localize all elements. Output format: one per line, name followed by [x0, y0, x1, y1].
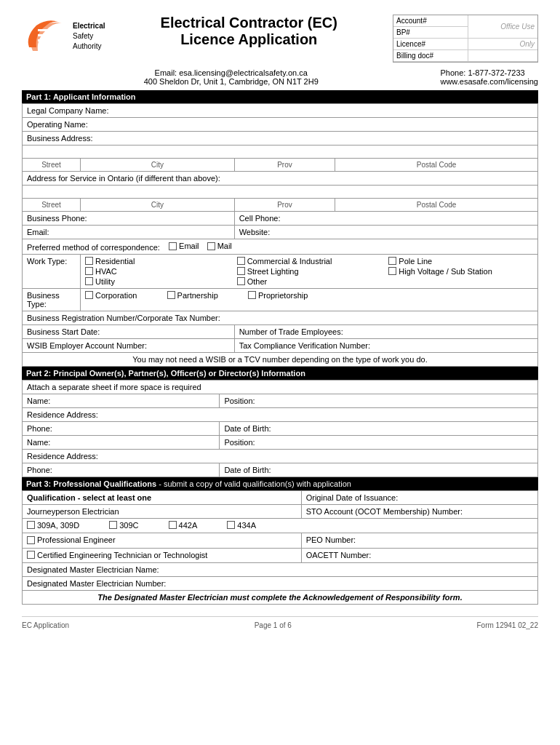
business-address-sublabel-row: Street City Prov Postal Code — [23, 159, 538, 172]
wsib-note-row: You may not need a WSIB or a TCV number … — [23, 352, 538, 366]
email-checkbox[interactable] — [169, 242, 177, 250]
account-label: Account# — [393, 15, 468, 27]
form-title-line1: Electrical Contractor (EC) — [105, 15, 393, 31]
partnership-item[interactable]: Partnership — [167, 291, 218, 300]
esa-logo — [22, 15, 65, 58]
commercial-label: Commercial & Industrial — [247, 257, 332, 266]
page-footer: EC Application Page 1 of 6 Form 12941 02… — [22, 616, 538, 629]
hvac-label: HVAC — [95, 267, 117, 276]
part3-heading-rest: - submit a copy of valid qualification(s… — [156, 479, 351, 488]
email-website-row: Email: Website: — [23, 226, 538, 239]
trade-employees-label: Number of Trade Employees: — [234, 324, 537, 338]
street-label: Street — [23, 159, 81, 172]
business-type-options-cell: Corporation Partnership Proprietorship — [81, 288, 538, 311]
commercial-checkbox[interactable] — [237, 257, 245, 265]
cert-options-row: 309A, 309D 309C 442A 434A — [23, 518, 538, 533]
legal-company-row: Legal Company Name: — [23, 104, 538, 118]
commercial-item[interactable]: Commercial & Industrial — [237, 257, 376, 266]
work-type-grid: Residential Commercial & Industrial Pole… — [85, 257, 533, 286]
other-checkbox[interactable] — [237, 277, 245, 285]
corporation-checkbox[interactable] — [85, 291, 93, 299]
high-voltage-checkbox[interactable] — [388, 267, 396, 275]
name1-label: Name: — [23, 394, 220, 407]
residential-item[interactable]: Residential — [85, 257, 224, 266]
dob2-label: Date of Birth: — [220, 463, 538, 477]
hvac-item[interactable]: HVAC — [85, 267, 224, 276]
mail-option-label: Mail — [217, 242, 232, 250]
correspondence-label: Preferred method of correspondence: — [27, 243, 160, 252]
business-phone-label: Business Phone: — [23, 212, 235, 226]
email-label: Email: — [23, 226, 235, 239]
sto-label: STO Account (OCOT Membership) Number: — [301, 504, 537, 518]
442a-checkbox[interactable] — [169, 521, 177, 529]
proprietorship-checkbox[interactable] — [248, 291, 256, 299]
prov2-label: Prov — [234, 199, 335, 212]
footer-left: EC Application — [22, 621, 69, 629]
309ad-checkbox[interactable] — [27, 521, 35, 529]
cert-tech-cell: Certified Engineering Technician or Tech… — [23, 548, 302, 563]
part3-table: Qualification - select at least one Orig… — [22, 490, 538, 605]
designated-name-label: Designated Master Electrician Name: — [23, 563, 538, 577]
street-lighting-label: Street Lighting — [247, 267, 299, 276]
address-service-sublabel-row: Street City Prov Postal Code — [23, 199, 538, 212]
cert-tech-row: Certified Engineering Technician or Tech… — [23, 548, 538, 563]
residence1-row: Residence Address: — [23, 407, 538, 421]
prof-eng-cell: Professional Engineer — [23, 533, 302, 549]
office-use-box: Account# Office Use BP# Licence# Only Bi… — [393, 15, 538, 63]
proprietorship-item[interactable]: Proprietorship — [248, 291, 308, 300]
address-service-row: Address for Service in Ontario (if diffe… — [23, 172, 538, 186]
cell-phone-label: Cell Phone: — [234, 212, 537, 226]
cert-tech-label: Certified Engineering Technician or Tech… — [37, 551, 207, 559]
billing-value — [468, 50, 537, 62]
correspondence-cell: Preferred method of correspondence: Emai… — [23, 239, 538, 255]
licence-label: Licence# — [393, 39, 468, 50]
name2-label: Name: — [23, 435, 220, 449]
mail-option-item[interactable]: Mail — [207, 242, 232, 250]
hvac-checkbox[interactable] — [85, 267, 93, 275]
residence2-row: Residence Address: — [23, 449, 538, 463]
phone2-row: Phone: Date of Birth: — [23, 463, 538, 477]
309c-item[interactable]: 309C — [109, 521, 138, 530]
form-title-block: Electrical Contractor (EC) Licence Appli… — [105, 15, 393, 48]
email-option-item[interactable]: Email — [169, 242, 199, 250]
bp-label: BP# — [393, 27, 468, 39]
309c-label: 309C — [119, 521, 138, 530]
prov-label: Prov — [234, 159, 335, 172]
cert-tech-item[interactable]: Certified Engineering Technician or Tech… — [27, 551, 207, 559]
contact-row: Email: esa.licensing@electricalsafety.on… — [22, 68, 538, 86]
434a-checkbox[interactable] — [227, 521, 235, 529]
city-label: City — [81, 159, 235, 172]
cert-tech-checkbox[interactable] — [27, 551, 35, 559]
phone1-label: Phone: — [23, 421, 220, 435]
corporation-item[interactable]: Corporation — [85, 291, 137, 300]
page-header: Electrical Safety Authority Electrical C… — [22, 15, 538, 63]
utility-checkbox[interactable] — [85, 277, 93, 285]
contact-phone: Phone: 1-877-372-7233 — [440, 68, 538, 77]
mail-checkbox[interactable] — [207, 242, 215, 250]
prof-eng-checkbox[interactable] — [27, 536, 35, 544]
designated-num-row: Designated Master Electrician Number: — [23, 577, 538, 591]
billing-label: Billing doc# — [393, 50, 468, 62]
phone2-label: Phone: — [23, 463, 220, 477]
designated-name-row: Designated Master Electrician Name: — [23, 563, 538, 577]
pole-line-item[interactable]: Pole Line — [388, 257, 527, 266]
utility-item[interactable]: Utility — [85, 277, 224, 286]
prof-eng-item[interactable]: Professional Engineer — [27, 535, 116, 544]
309ad-item[interactable]: 309A, 309D — [27, 521, 79, 530]
work-type-options-cell: Residential Commercial & Industrial Pole… — [81, 254, 538, 288]
journeyperson-row: Journeyperson Electrician STO Account (O… — [23, 504, 538, 518]
other-item[interactable]: Other — [237, 277, 376, 286]
business-start-label: Business Start Date: — [23, 324, 235, 338]
partnership-checkbox[interactable] — [167, 291, 175, 299]
business-address-row: Business Address: — [23, 132, 538, 146]
residential-checkbox[interactable] — [85, 257, 93, 265]
high-voltage-item[interactable]: High Voltage / Sub Station — [388, 267, 527, 276]
street-lighting-item[interactable]: Street Lighting — [237, 267, 376, 276]
309c-checkbox[interactable] — [109, 521, 117, 529]
434a-item[interactable]: 434A — [227, 521, 256, 530]
pole-line-checkbox[interactable] — [388, 257, 396, 265]
part2-table: Attach a separate sheet if more space is… — [22, 380, 538, 477]
street-lighting-checkbox[interactable] — [237, 267, 245, 275]
442a-item[interactable]: 442A — [169, 521, 198, 530]
residence1-label: Residence Address: — [23, 407, 538, 421]
